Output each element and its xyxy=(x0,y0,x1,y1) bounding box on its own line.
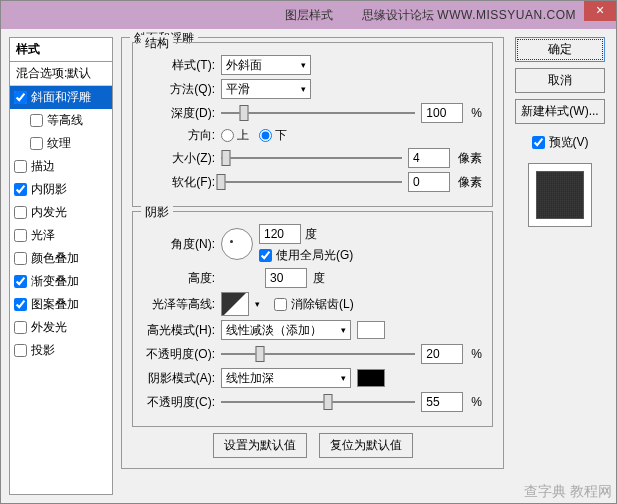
window-title: 图层样式 xyxy=(285,7,333,24)
style-color-overlay[interactable]: 颜色叠加 xyxy=(10,247,112,270)
style-outer-glow-checkbox[interactable] xyxy=(14,321,27,334)
direction-down[interactable]: 下 xyxy=(259,127,287,144)
size-label: 大小(Z): xyxy=(143,150,215,167)
style-texture-checkbox[interactable] xyxy=(30,137,43,150)
style-inner-glow-checkbox[interactable] xyxy=(14,206,27,219)
cancel-button[interactable]: 取消 xyxy=(515,68,605,93)
style-drop-shadow[interactable]: 投影 xyxy=(10,339,112,362)
method-select[interactable]: 平滑 ▾ xyxy=(221,79,311,99)
structure-title: 结构 xyxy=(141,35,173,52)
depth-slider[interactable] xyxy=(221,104,415,122)
style-label: 样式(T): xyxy=(143,57,215,74)
styles-list: 样式 混合选项:默认 斜面和浮雕 等高线 纹理 描边 内阴影 xyxy=(9,37,113,495)
style-color-overlay-checkbox[interactable] xyxy=(14,252,27,265)
shading-title: 阴影 xyxy=(141,204,173,221)
highlight-mode-label: 高光模式(H): xyxy=(143,322,215,339)
style-contour[interactable]: 等高线 xyxy=(10,109,112,132)
style-gradient-overlay[interactable]: 渐变叠加 xyxy=(10,270,112,293)
angle-label: 角度(N): xyxy=(143,236,215,253)
style-bevel-emboss[interactable]: 斜面和浮雕 xyxy=(10,86,112,109)
shadow-opacity-input[interactable] xyxy=(421,392,463,412)
angle-dial[interactable] xyxy=(221,228,253,260)
style-stroke-checkbox[interactable] xyxy=(14,160,27,173)
close-button[interactable]: × xyxy=(584,1,616,21)
chevron-down-icon: ▾ xyxy=(341,325,346,335)
highlight-color[interactable] xyxy=(357,321,385,339)
depth-label: 深度(D): xyxy=(143,105,215,122)
style-select[interactable]: 外斜面 ▾ xyxy=(221,55,311,75)
method-label: 方法(Q): xyxy=(143,81,215,98)
highlight-opacity-label: 不透明度(O): xyxy=(143,346,215,363)
style-bevel-checkbox[interactable] xyxy=(14,91,27,104)
size-slider[interactable] xyxy=(221,149,402,167)
direction-up[interactable]: 上 xyxy=(221,127,249,144)
shadow-opacity-label: 不透明度(C): xyxy=(143,394,215,411)
shadow-mode-label: 阴影模式(A): xyxy=(143,370,215,387)
soften-label: 软化(F): xyxy=(143,174,215,191)
direction-label: 方向: xyxy=(143,127,215,144)
shadow-color[interactable] xyxy=(357,369,385,387)
soften-slider[interactable] xyxy=(221,173,402,191)
chevron-down-icon: ▾ xyxy=(301,84,306,94)
style-drop-shadow-checkbox[interactable] xyxy=(14,344,27,357)
altitude-input[interactable] xyxy=(265,268,307,288)
titlebar-credit: 思缘设计论坛 WWW.MISSYUAN.COM xyxy=(362,7,576,24)
style-inner-glow[interactable]: 内发光 xyxy=(10,201,112,224)
ok-button[interactable]: 确定 xyxy=(515,37,605,62)
preview-checkbox[interactable]: 预览(V) xyxy=(532,134,589,151)
altitude-label: 高度: xyxy=(143,270,215,287)
shadow-opacity-slider[interactable] xyxy=(221,393,415,411)
bevel-section: 斜面和浮雕 结构 样式(T): 外斜面 ▾ 方法(Q): 平滑 xyxy=(121,37,504,469)
chevron-down-icon: ▾ xyxy=(341,373,346,383)
style-pattern-overlay-checkbox[interactable] xyxy=(14,298,27,311)
size-input[interactable] xyxy=(408,148,450,168)
preview-box xyxy=(528,163,592,227)
highlight-mode-select[interactable]: 线性减淡（添加） ▾ xyxy=(221,320,351,340)
style-satin[interactable]: 光泽 xyxy=(10,224,112,247)
soften-input[interactable] xyxy=(408,172,450,192)
style-inner-shadow[interactable]: 内阴影 xyxy=(10,178,112,201)
titlebar: 图层样式 思缘设计论坛 WWW.MISSYUAN.COM × xyxy=(1,1,616,29)
style-inner-shadow-checkbox[interactable] xyxy=(14,183,27,196)
shading-group: 阴影 角度(N): 度 使用全局光(G) xyxy=(132,211,493,427)
preview-swatch xyxy=(536,171,584,219)
structure-group: 结构 样式(T): 外斜面 ▾ 方法(Q): 平滑 ▾ xyxy=(132,42,493,207)
gloss-contour-label: 光泽等高线: xyxy=(143,296,215,313)
style-contour-checkbox[interactable] xyxy=(30,114,43,127)
gloss-contour-picker[interactable] xyxy=(221,292,249,316)
new-style-button[interactable]: 新建样式(W)... xyxy=(515,99,605,124)
styles-header: 样式 xyxy=(10,38,112,62)
blend-options[interactable]: 混合选项:默认 xyxy=(10,62,112,86)
highlight-opacity-input[interactable] xyxy=(421,344,463,364)
style-texture[interactable]: 纹理 xyxy=(10,132,112,155)
chevron-down-icon: ▾ xyxy=(301,60,306,70)
style-pattern-overlay[interactable]: 图案叠加 xyxy=(10,293,112,316)
dialog-content: 样式 混合选项:默认 斜面和浮雕 等高线 纹理 描边 内阴影 xyxy=(1,29,616,503)
highlight-opacity-slider[interactable] xyxy=(221,345,415,363)
style-gradient-overlay-checkbox[interactable] xyxy=(14,275,27,288)
global-light-checkbox[interactable]: 使用全局光(G) xyxy=(259,247,353,264)
antialias-checkbox[interactable]: 消除锯齿(L) xyxy=(274,296,354,313)
style-stroke[interactable]: 描边 xyxy=(10,155,112,178)
shadow-mode-select[interactable]: 线性加深 ▾ xyxy=(221,368,351,388)
reset-default-button[interactable]: 复位为默认值 xyxy=(319,433,413,458)
style-outer-glow[interactable]: 外发光 xyxy=(10,316,112,339)
angle-input[interactable] xyxy=(259,224,301,244)
layer-style-dialog: 图层样式 思缘设计论坛 WWW.MISSYUAN.COM × 样式 混合选项:默… xyxy=(0,0,617,504)
depth-input[interactable] xyxy=(421,103,463,123)
settings-panel: 斜面和浮雕 结构 样式(T): 外斜面 ▾ 方法(Q): 平滑 xyxy=(121,37,504,495)
style-satin-checkbox[interactable] xyxy=(14,229,27,242)
chevron-down-icon[interactable]: ▾ xyxy=(255,299,260,309)
set-default-button[interactable]: 设置为默认值 xyxy=(213,433,307,458)
dialog-buttons: 确定 取消 新建样式(W)... 预览(V) xyxy=(512,37,608,495)
